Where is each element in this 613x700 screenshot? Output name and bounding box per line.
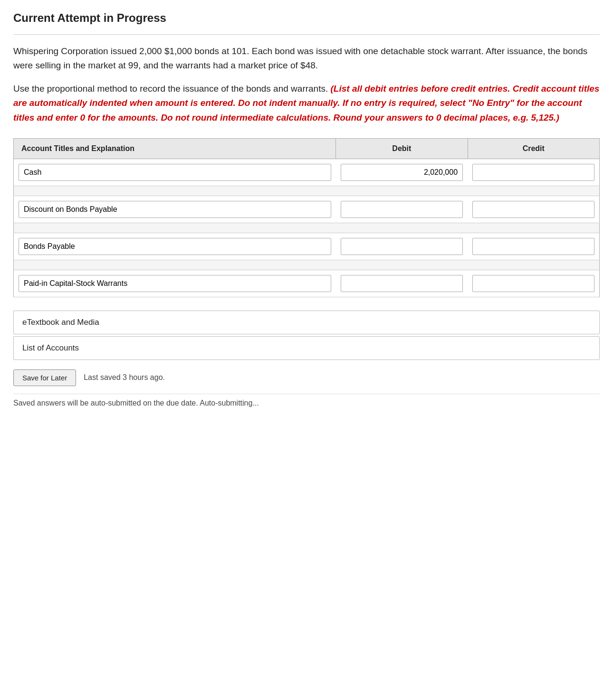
credit-input-1[interactable] (472, 164, 594, 181)
credit-input-3[interactable] (472, 238, 594, 255)
table-row (14, 233, 600, 260)
debit-input-2[interactable] (341, 201, 463, 218)
account-cell (14, 233, 336, 260)
debit-input-4[interactable] (341, 275, 463, 292)
account-input-3[interactable] (19, 238, 331, 255)
account-input-4[interactable] (19, 275, 331, 292)
account-input-2[interactable] (19, 201, 331, 218)
col-account-header: Account Titles and Explanation (14, 138, 336, 159)
credit-cell (468, 270, 599, 297)
footer-note: Saved answers will be auto-submitted on … (13, 394, 600, 407)
last-saved-text: Last saved 3 hours ago. (84, 373, 165, 382)
col-debit-header: Debit (336, 138, 468, 159)
table-row (14, 159, 600, 186)
credit-cell (468, 196, 599, 223)
bottom-actions: Save for Later Last saved 3 hours ago. (13, 369, 600, 386)
account-cell (14, 270, 336, 297)
debit-cell (336, 270, 468, 297)
divider (13, 34, 600, 35)
table-header-row: Account Titles and Explanation Debit Cre… (14, 138, 600, 159)
debit-input-1[interactable] (341, 164, 463, 181)
save-for-later-button[interactable]: Save for Later (13, 369, 76, 386)
list-of-accounts-link[interactable]: List of Accounts (13, 336, 600, 360)
credit-cell (468, 159, 599, 186)
page-container: Current Attempt in Progress Whispering C… (0, 0, 613, 419)
account-input-1[interactable] (19, 164, 331, 181)
account-cell (14, 159, 336, 186)
col-credit-header: Credit (468, 138, 599, 159)
debit-cell (336, 196, 468, 223)
journal-table: Account Titles and Explanation Debit Cre… (13, 138, 600, 297)
bottom-links: eTextbook and Media List of Accounts (13, 311, 600, 360)
instructions: Use the proportional method to record th… (13, 82, 600, 125)
debit-cell (336, 159, 468, 186)
credit-input-2[interactable] (472, 201, 594, 218)
table-row (14, 196, 600, 223)
account-cell (14, 196, 336, 223)
debit-cell (336, 233, 468, 260)
row-separator (14, 260, 600, 270)
instructions-normal: Use the proportional method to record th… (13, 84, 328, 94)
etextbook-link[interactable]: eTextbook and Media (13, 311, 600, 334)
row-separator (14, 223, 600, 233)
debit-input-3[interactable] (341, 238, 463, 255)
credit-cell (468, 233, 599, 260)
problem-text: Whispering Corporation issued 2,000 $1,0… (13, 44, 600, 73)
credit-input-4[interactable] (472, 275, 594, 292)
row-separator (14, 186, 600, 196)
page-title: Current Attempt in Progress (13, 11, 600, 25)
table-row (14, 270, 600, 297)
